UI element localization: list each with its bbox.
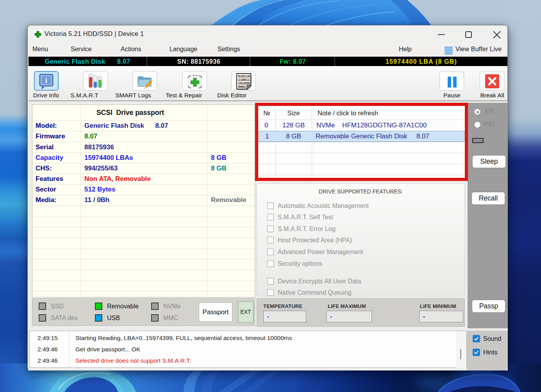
svg-text:0001: 0001 xyxy=(238,85,246,89)
svg-text:i: i xyxy=(45,76,47,84)
